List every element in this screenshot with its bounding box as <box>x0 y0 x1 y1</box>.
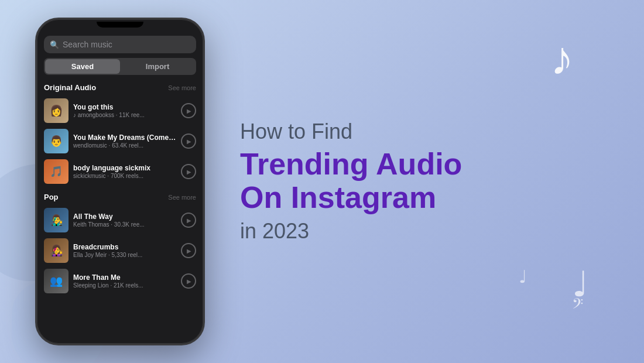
song-item-3: 🎵 body language sickmix sickickmusic · 7… <box>37 156 203 187</box>
phone-notch <box>97 22 143 28</box>
song-meta-6: Sleeping Lion · 21K reels... <box>73 282 176 289</box>
trending-title: Trending Audio On Instagram <box>240 148 580 214</box>
search-icon: 🔍 <box>50 40 59 49</box>
thumb-img-2: 👨 <box>44 129 68 153</box>
play-icon-1: ▶ <box>187 108 191 114</box>
play-button-2[interactable]: ▶ <box>181 133 196 149</box>
play-button-4[interactable]: ▶ <box>181 213 196 228</box>
play-icon-6: ▶ <box>187 278 191 285</box>
song-info-4: All The Way Keith Thomas · 30.3K ree... <box>73 213 176 228</box>
song-meta-2: wendlomusic · 63.4K reel... <box>73 142 176 149</box>
section-header-pop: Pop See more <box>37 190 203 205</box>
song-info-3: body language sickmix sickickmusic · 700… <box>73 164 176 179</box>
song-meta-4: Keith Thomas · 30.3K ree... <box>73 221 176 228</box>
trending-line1: Trending Audio <box>240 147 462 181</box>
section-title-pop: Pop <box>44 193 59 201</box>
thumb-img-5: 👩‍🎤 <box>44 238 68 263</box>
music-note-small-icon: ♩ <box>519 266 527 287</box>
song-item-4: 👨‍🎤 All The Way Keith Thomas · 30.3K ree… <box>37 205 203 235</box>
right-content: How to Find Trending Audio On Instagram … <box>240 119 580 244</box>
trending-line2: On Instagram <box>240 180 436 214</box>
play-icon-5: ▶ <box>187 248 191 254</box>
play-button-5[interactable]: ▶ <box>181 243 196 258</box>
thumb-img-6: 👥 <box>44 269 68 293</box>
section-header-original: Original Audio See more <box>37 81 203 95</box>
song-meta-3: sickickmusic · 700K reels... <box>73 173 176 179</box>
play-icon-2: ▶ <box>187 138 191 145</box>
song-info-2: You Make My Dreams (Come Tru... wendlomu… <box>73 133 176 149</box>
song-item-5: 👩‍🎤 Breadcrumbs Ella Joy Meir · 5,330 re… <box>37 235 203 266</box>
section-title-original: Original Audio <box>44 83 96 92</box>
play-icon-3: ▶ <box>187 169 191 175</box>
music-note-large-icon: ♪ <box>550 35 574 82</box>
thumb-img-1: 👩 <box>44 98 68 123</box>
tab-saved[interactable]: Saved <box>45 59 120 74</box>
song-meta-1: ♪ amongbookss · 11K ree... <box>73 112 176 118</box>
song-thumb-3: 🎵 <box>44 159 68 184</box>
see-more-original[interactable]: See more <box>168 84 196 91</box>
song-item-6: 👥 More Than Me Sleeping Lion · 21K reels… <box>37 266 203 296</box>
play-icon-4: ▶ <box>187 217 191 224</box>
play-button-3[interactable]: ▶ <box>181 164 196 179</box>
song-title-5: Breadcrumbs <box>73 243 176 251</box>
phone-screen: 🔍 Search music Saved Import Original Aud… <box>37 28 203 344</box>
year-text: in 2023 <box>240 219 580 244</box>
play-button-6[interactable]: ▶ <box>181 273 196 289</box>
song-thumb-1: 👩 <box>44 98 68 123</box>
thumb-img-3: 🎵 <box>44 159 68 184</box>
song-title-2: You Make My Dreams (Come Tru... <box>73 133 176 142</box>
song-thumb-2: 👨 <box>44 129 68 153</box>
song-title-4: All The Way <box>73 213 176 221</box>
search-bar[interactable]: 🔍 Search music <box>44 36 196 53</box>
song-title-6: More Than Me <box>73 273 176 282</box>
bass-clef-icon: ♩𝄢 <box>572 263 585 316</box>
song-item-1: 👩 You got this ♪ amongbookss · 11K ree..… <box>37 95 203 126</box>
search-input[interactable]: Search music <box>63 40 112 49</box>
phone-mockup: 🔍 Search music Saved Import Original Aud… <box>35 18 205 345</box>
song-info-6: More Than Me Sleeping Lion · 21K reels..… <box>73 273 176 289</box>
see-more-pop[interactable]: See more <box>168 194 196 201</box>
song-thumb-4: 👨‍🎤 <box>44 208 68 232</box>
song-meta-5: Ella Joy Meir · 5,330 reel... <box>73 252 176 258</box>
tab-bar: Saved Import <box>44 58 196 75</box>
song-title-1: You got this <box>73 103 176 111</box>
song-thumb-5: 👩‍🎤 <box>44 238 68 263</box>
how-to-text: How to Find <box>240 119 580 144</box>
song-item-2: 👨 You Make My Dreams (Come Tru... wendlo… <box>37 126 203 156</box>
song-info-5: Breadcrumbs Ella Joy Meir · 5,330 reel..… <box>73 243 176 258</box>
thumb-img-4: 👨‍🎤 <box>44 208 68 232</box>
tab-import[interactable]: Import <box>120 59 195 74</box>
song-title-3: body language sickmix <box>73 164 176 172</box>
song-info-1: You got this ♪ amongbookss · 11K ree... <box>73 103 176 118</box>
song-thumb-6: 👥 <box>44 269 68 293</box>
play-button-1[interactable]: ▶ <box>181 103 196 118</box>
